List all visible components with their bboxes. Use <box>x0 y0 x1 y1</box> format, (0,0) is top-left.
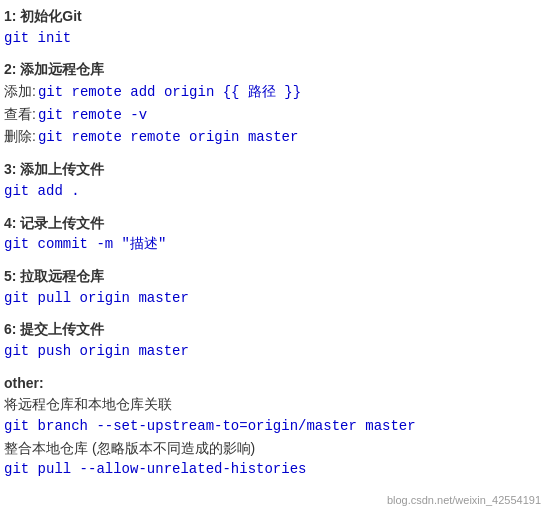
section-3: 3: 添加上传文件 git add . <box>4 159 539 202</box>
heading-6: 6: 提交上传文件 <box>4 319 539 341</box>
text-associate: 将远程仓库和本地仓库关联 <box>4 394 539 416</box>
remote-delete-line: 删除: git remote remote origin master <box>4 126 539 149</box>
text-merge-hint: 整合本地仓库 (忽略版本不同造成的影响) <box>4 438 539 460</box>
code-git-push: git push origin master <box>4 341 539 363</box>
code-git-add: git add . <box>4 181 539 203</box>
heading-other: other: <box>4 373 539 395</box>
heading-1: 1: 初始化Git <box>4 6 539 28</box>
section-other: other: 将远程仓库和本地仓库关联 git branch --set-ups… <box>4 373 539 481</box>
content-area: 1: 初始化Git git init 2: 添加远程仓库 添加: git rem… <box>0 0 543 512</box>
section-5: 5: 拉取远程仓库 git pull origin master <box>4 266 539 309</box>
watermark: blog.csdn.net/weixin_42554191 <box>387 494 541 506</box>
remote-view-line: 查看: git remote -v <box>4 104 539 127</box>
section-6: 6: 提交上传文件 git push origin master <box>4 319 539 362</box>
heading-4: 4: 记录上传文件 <box>4 213 539 235</box>
heading-2: 2: 添加远程仓库 <box>4 59 539 81</box>
label-delete: 删除: <box>4 126 36 148</box>
code-remote-add: git remote add origin {{ 路径 }} <box>38 82 301 104</box>
section-4: 4: 记录上传文件 git commit -m "描述" <box>4 213 539 256</box>
code-git-branch: git branch --set-upstream-to=origin/mast… <box>4 416 539 438</box>
heading-5: 5: 拉取远程仓库 <box>4 266 539 288</box>
code-git-pull-unrelated: git pull --allow-unrelated-histories <box>4 459 539 481</box>
code-remote-delete: git remote remote origin master <box>38 127 298 149</box>
code-git-commit: git commit -m "描述" <box>4 234 539 256</box>
heading-3: 3: 添加上传文件 <box>4 159 539 181</box>
section-2: 2: 添加远程仓库 添加: git remote add origin {{ 路… <box>4 59 539 149</box>
label-view: 查看: <box>4 104 36 126</box>
remote-add-line: 添加: git remote add origin {{ 路径 }} <box>4 81 539 104</box>
label-add: 添加: <box>4 81 36 103</box>
code-remote-view: git remote -v <box>38 105 147 127</box>
code-git-pull: git pull origin master <box>4 288 539 310</box>
code-git-init: git init <box>4 28 539 50</box>
section-1: 1: 初始化Git git init <box>4 6 539 49</box>
